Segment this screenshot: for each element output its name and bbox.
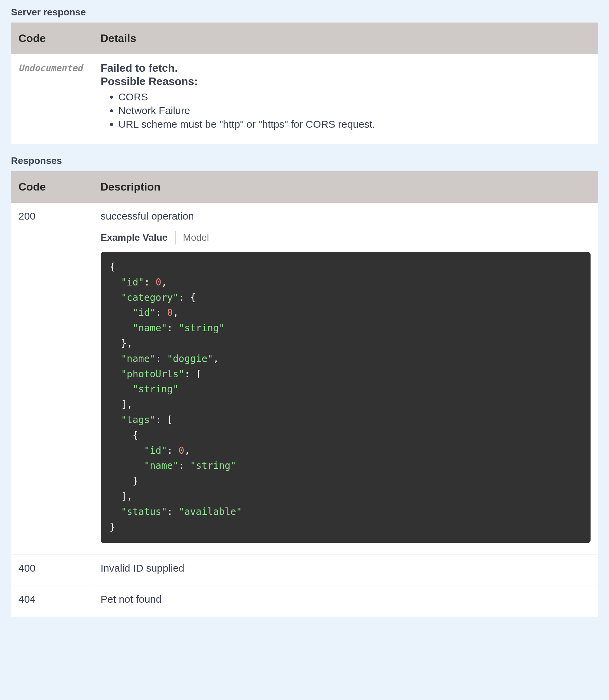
- schema-tabs: Example ValueModel: [101, 231, 591, 244]
- error-reasons-list: CORSNetwork FailureURL scheme must be "h…: [101, 91, 591, 130]
- tab-separator: [175, 231, 176, 244]
- col-header-description: Description: [93, 171, 598, 203]
- example-json[interactable]: { "id": 0, "category": { "id": 0, "name"…: [101, 252, 591, 543]
- response-description: successful operation: [101, 210, 591, 222]
- error-reason-item: CORS: [119, 91, 591, 103]
- server-response-table: Code Details Undocumented Failed to fetc…: [11, 23, 598, 144]
- col-header-details: Details: [93, 23, 598, 54]
- response-description-cell: successful operationExample ValueModel{ …: [93, 203, 598, 555]
- tab-example-value[interactable]: Example Value: [101, 231, 168, 244]
- response-row: 200successful operationExample ValueMode…: [11, 203, 598, 555]
- error-title: Failed to fetch.: [101, 62, 591, 74]
- response-row: 404Pet not found: [11, 586, 598, 617]
- response-code: 404: [11, 586, 93, 617]
- error-subtitle: Possible Reasons:: [101, 75, 591, 88]
- responses-heading: Responses: [11, 155, 598, 166]
- response-description-cell: Invalid ID supplied: [93, 555, 598, 586]
- response-code: 400: [11, 555, 93, 586]
- responses-table: Code Description 200successful operation…: [11, 171, 598, 617]
- col-header-code: Code: [11, 171, 93, 203]
- response-description: Invalid ID supplied: [101, 562, 591, 574]
- response-description: Pet not found: [101, 593, 591, 605]
- response-description-cell: Pet not found: [93, 586, 598, 617]
- response-row: 400Invalid ID supplied: [11, 555, 598, 586]
- error-reason-item: Network Failure: [119, 105, 591, 116]
- error-reason-item: URL scheme must be "http" or "https" for…: [119, 118, 591, 130]
- response-code-undocumented: Undocumented: [18, 63, 83, 73]
- tab-model[interactable]: Model: [183, 231, 209, 244]
- col-header-code: Code: [11, 23, 93, 54]
- response-code: 200: [11, 203, 93, 555]
- server-response-row: Undocumented Failed to fetch. Possible R…: [11, 54, 598, 144]
- server-response-heading: Server response: [11, 7, 598, 18]
